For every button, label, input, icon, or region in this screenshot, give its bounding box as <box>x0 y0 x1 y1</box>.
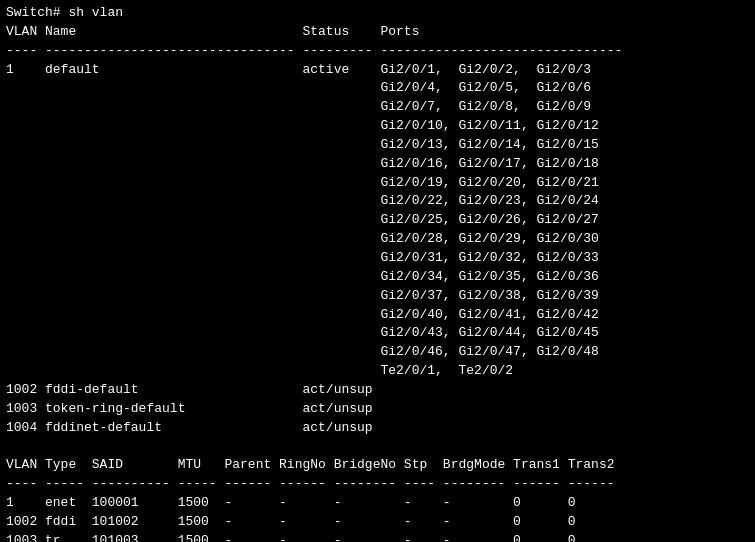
vlan1-row5: Gi2/0/13, Gi2/0/14, Gi2/0/15 <box>6 136 749 155</box>
vlan1004-type-row: 1003 tr 101003 1500 - - - - - 0 0 <box>6 532 749 542</box>
vlan1-row13: Gi2/0/37, Gi2/0/38, Gi2/0/39 <box>6 287 749 306</box>
vlan1-row16: Gi2/0/46, Gi2/0/47, Gi2/0/48 <box>6 343 749 362</box>
cmd-sh-vlan: Switch# sh vlan <box>6 4 749 23</box>
blank-2 <box>6 437 749 456</box>
vlan1003-type-row: 1002 fddi 101002 1500 - - - - - 0 0 <box>6 513 749 532</box>
vlan-header: VLAN Name Status Ports <box>6 23 749 42</box>
vlan1-type-row: ---- ----- ---------- ----- ------ -----… <box>6 475 749 494</box>
vlan1003-row: 1002 fddi-default act/unsup <box>6 381 749 400</box>
vlan1002-type-row: 1 enet 100001 1500 - - - - - 0 0 <box>6 494 749 513</box>
vlan1-row11: Gi2/0/31, Gi2/0/32, Gi2/0/33 <box>6 249 749 268</box>
vlan1-row1: 1 default active Gi2/0/1, Gi2/0/2, Gi2/0… <box>6 61 749 80</box>
vlan1-row8: Gi2/0/22, Gi2/0/23, Gi2/0/24 <box>6 192 749 211</box>
vlan1-row15: Gi2/0/43, Gi2/0/44, Gi2/0/45 <box>6 324 749 343</box>
vlan1-row2: Gi2/0/4, Gi2/0/5, Gi2/0/6 <box>6 79 749 98</box>
vlan1-row14: Gi2/0/40, Gi2/0/41, Gi2/0/42 <box>6 306 749 325</box>
vlan-type-divider: VLAN Type SAID MTU Parent RingNo BridgeN… <box>6 456 749 475</box>
terminal-window: Switch# sh vlan VLAN Name Status Ports -… <box>6 4 749 538</box>
vlan-divider: ---- -------------------------------- --… <box>6 42 749 61</box>
vlan1-row10: Gi2/0/28, Gi2/0/29, Gi2/0/30 <box>6 230 749 249</box>
vlan1-row3: Gi2/0/7, Gi2/0/8, Gi2/0/9 <box>6 98 749 117</box>
vlan1002-row: Te2/0/1, Te2/0/2 <box>6 362 749 381</box>
vlan1005-row: 1004 fddinet-default act/unsup <box>6 419 749 438</box>
vlan1004-row: 1003 token-ring-default act/unsup <box>6 400 749 419</box>
vlan1-row12: Gi2/0/34, Gi2/0/35, Gi2/0/36 <box>6 268 749 287</box>
vlan1-row9: Gi2/0/25, Gi2/0/26, Gi2/0/27 <box>6 211 749 230</box>
vlan1-row4: Gi2/0/10, Gi2/0/11, Gi2/0/12 <box>6 117 749 136</box>
vlan1-row7: Gi2/0/19, Gi2/0/20, Gi2/0/21 <box>6 174 749 193</box>
vlan1-row6: Gi2/0/16, Gi2/0/17, Gi2/0/18 <box>6 155 749 174</box>
